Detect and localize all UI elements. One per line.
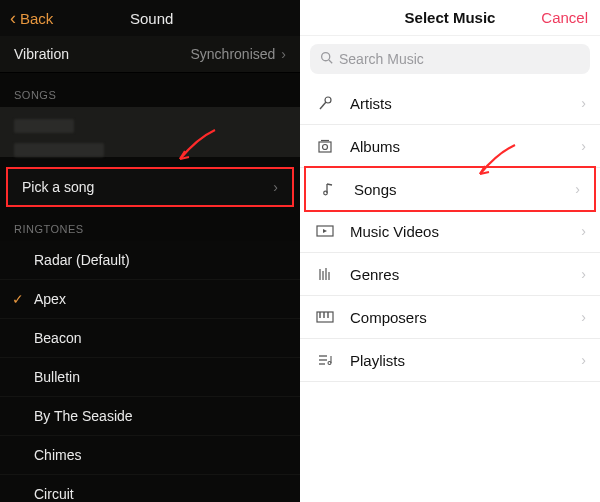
- category-albums[interactable]: Albums ›: [300, 125, 600, 168]
- music-category-list: Artists › Albums › Songs › Music Vide: [300, 82, 600, 382]
- chevron-right-icon: ›: [273, 179, 278, 195]
- svg-line-1: [329, 60, 332, 63]
- category-artists[interactable]: Artists ›: [300, 82, 600, 125]
- chevron-right-icon: ›: [581, 309, 586, 325]
- svg-point-0: [322, 53, 330, 61]
- ringtone-label: Chimes: [34, 447, 81, 463]
- ringtone-row[interactable]: ✓ Apex: [0, 280, 300, 319]
- cancel-button[interactable]: Cancel: [541, 9, 588, 26]
- chevron-right-icon: ›: [575, 181, 580, 197]
- header-left: ‹ Back Sound: [0, 0, 300, 36]
- vibration-row[interactable]: Vibration Synchronised ›: [0, 36, 300, 73]
- blurred-song-item: [14, 119, 74, 133]
- header-right: Select Music Cancel: [300, 0, 600, 36]
- search-input[interactable]: Search Music: [310, 44, 590, 74]
- annotation-arrow-icon: [170, 125, 220, 165]
- video-icon: [314, 222, 336, 240]
- chevron-right-icon: ›: [581, 266, 586, 282]
- svg-point-5: [323, 145, 328, 150]
- microphone-icon: [314, 94, 336, 112]
- ringtone-label: Radar (Default): [34, 252, 130, 268]
- ringtone-row[interactable]: Beacon: [0, 319, 300, 358]
- ringtone-row[interactable]: Bulletin: [0, 358, 300, 397]
- svg-rect-4: [319, 142, 331, 152]
- songs-area: [0, 107, 300, 157]
- category-composers[interactable]: Composers ›: [300, 296, 600, 339]
- vibration-label: Vibration: [14, 46, 69, 62]
- chevron-right-icon: ›: [581, 352, 586, 368]
- category-label: Music Videos: [350, 223, 439, 240]
- sound-settings-panel: ‹ Back Sound Vibration Synchronised › SO…: [0, 0, 300, 502]
- piano-icon: [314, 308, 336, 326]
- ringtone-row[interactable]: By The Seaside: [0, 397, 300, 436]
- category-label: Composers: [350, 309, 427, 326]
- ringtone-row[interactable]: Circuit: [0, 475, 300, 502]
- svg-line-3: [320, 102, 326, 109]
- page-title: Sound: [13, 10, 290, 27]
- ringtones-list: Radar (Default) ✓ Apex Beacon Bulletin B…: [0, 241, 300, 502]
- chevron-right-icon: ›: [281, 46, 286, 62]
- category-label: Albums: [350, 138, 400, 155]
- chevron-right-icon: ›: [581, 138, 586, 154]
- note-icon: [318, 180, 340, 198]
- category-genres[interactable]: Genres ›: [300, 253, 600, 296]
- page-title: Select Music: [405, 9, 496, 26]
- pick-song-row[interactable]: Pick a song ›: [6, 167, 294, 207]
- chevron-right-icon: ›: [581, 95, 586, 111]
- search-icon: [320, 51, 333, 67]
- search-wrap: Search Music: [300, 36, 600, 82]
- search-placeholder: Search Music: [339, 51, 424, 67]
- album-icon: [314, 137, 336, 155]
- category-label: Songs: [354, 181, 397, 198]
- ringtone-label: By The Seaside: [34, 408, 133, 424]
- chevron-right-icon: ›: [581, 223, 586, 239]
- check-icon: ✓: [12, 291, 24, 307]
- ringtone-label: Beacon: [34, 330, 81, 346]
- vibration-value-wrap: Synchronised ›: [191, 46, 287, 62]
- category-playlists[interactable]: Playlists ›: [300, 339, 600, 382]
- playlist-icon: [314, 351, 336, 369]
- category-label: Playlists: [350, 352, 405, 369]
- ringtone-label: Circuit: [34, 486, 74, 502]
- section-songs-label: SONGS: [0, 73, 300, 107]
- ringtone-label: Bulletin: [34, 369, 80, 385]
- ringtone-label: Apex: [34, 291, 66, 307]
- ringtone-row[interactable]: Chimes: [0, 436, 300, 475]
- svg-point-7: [324, 191, 328, 195]
- category-songs[interactable]: Songs ›: [304, 166, 596, 212]
- guitar-icon: [314, 265, 336, 283]
- section-ringtones-label: RINGTONES: [0, 207, 300, 241]
- category-label: Genres: [350, 266, 399, 283]
- category-label: Artists: [350, 95, 392, 112]
- blurred-song-item: [14, 143, 104, 157]
- ringtone-row[interactable]: Radar (Default): [0, 241, 300, 280]
- category-music-videos[interactable]: Music Videos ›: [300, 210, 600, 253]
- pick-song-label: Pick a song: [22, 179, 94, 195]
- vibration-value: Synchronised: [191, 46, 276, 62]
- select-music-panel: Select Music Cancel Search Music Artists…: [300, 0, 600, 502]
